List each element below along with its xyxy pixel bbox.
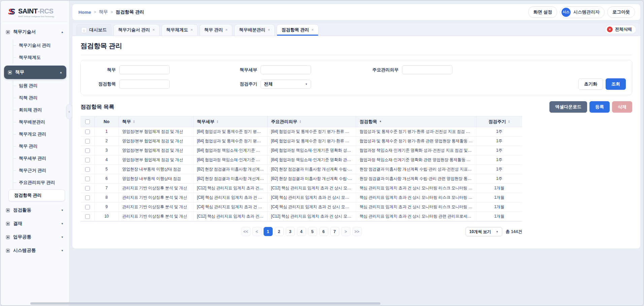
row-checkbox[interactable]	[85, 148, 90, 153]
header-checkbox-cell	[80, 116, 95, 127]
reset-button[interactable]: 초기화	[578, 78, 603, 90]
page-button-7[interactable]: 7	[330, 227, 339, 236]
sidebar-collapse-handle[interactable]: ‹	[66, 104, 72, 119]
cell-no: 7	[95, 184, 119, 193]
page-button-2[interactable]: 2	[275, 227, 284, 236]
breadcrumb-home[interactable]: Home	[78, 10, 91, 15]
page-content: 점검항목 관리 책무 책무세부 주요관리의무	[72, 36, 640, 248]
tab-label: 책무 관리	[204, 27, 223, 33]
row-checkbox-cell	[80, 174, 95, 183]
chevron-down-icon: ▼	[61, 236, 64, 239]
logout-button[interactable]: 로그아웃	[607, 6, 635, 18]
breadcrumb-section[interactable]: 책무	[99, 9, 108, 15]
app-logo[interactable]: SS SAINT-RCS SAINT Artificial Intelligen…	[2, 5, 68, 22]
delete-button[interactable]: 삭제	[612, 101, 632, 113]
first-page-button[interactable]: <<	[241, 227, 250, 236]
sidebar-item[interactable]: 책무기술서 관리	[13, 39, 69, 51]
column-header-duty[interactable]: 주요관리의무▲▼	[268, 116, 356, 127]
close-icon[interactable]: ×	[225, 28, 228, 32]
close-icon[interactable]: ×	[268, 28, 270, 32]
next-page-button[interactable]: >	[341, 227, 350, 236]
page-button-1[interactable]: 1	[264, 227, 273, 236]
item-input[interactable]	[119, 80, 170, 89]
column-header-resp[interactable]: 책무▲▼	[119, 116, 194, 127]
total-count: 총 144건	[506, 229, 522, 235]
sidebar-item[interactable]: 주요관리의무 관리	[13, 177, 69, 189]
sort-down-icon: ▼	[216, 122, 218, 123]
row-checkbox[interactable]	[85, 177, 90, 181]
sidebar-item[interactable]: 직책 관리	[13, 92, 69, 104]
sidebar-item[interactable]: 책무개요 관리	[13, 128, 69, 140]
tab-item[interactable]: 책무 관리×	[200, 24, 233, 36]
horizontal-scrollbar[interactable]	[30, 302, 380, 305]
sidebar-item[interactable]: 책무배분관리	[13, 116, 69, 128]
sidebar-item[interactable]: 책무 관리	[13, 140, 69, 152]
prev-page-button[interactable]: <	[252, 227, 262, 236]
page-button-3[interactable]: 3	[286, 227, 295, 236]
cell-cycle: 1주	[476, 165, 522, 174]
sidebar-item[interactable]: 책무근거 관리	[13, 164, 69, 177]
tab-item[interactable]: 책무체계도×	[162, 24, 198, 36]
row-checkbox-cell	[80, 202, 95, 212]
page-button-4[interactable]: 4	[297, 227, 306, 236]
duty-input[interactable]	[402, 65, 452, 74]
sidebar-section[interactable]: 점검활동▼	[1, 203, 69, 217]
breadcrumb: Home > 책무 > 점검항목 관리	[78, 9, 144, 15]
chevron-up-icon: ▲	[61, 31, 64, 34]
resp-detail-input[interactable]	[261, 65, 311, 74]
sidebar-section[interactable]: 책무▲	[4, 66, 66, 79]
user-menu[interactable]: 시스 시스템관리자	[560, 6, 605, 18]
sidebar-section[interactable]: 업무공통▼	[1, 230, 69, 244]
row-checkbox-cell	[80, 137, 95, 146]
row-checkbox[interactable]	[85, 214, 90, 219]
home-icon: ⌂	[81, 27, 87, 33]
cell-resp: 관리지표 기반 이상징후 분석 및 개선	[119, 202, 194, 212]
cell-duty: [B4] 협업성과 및 통제수준 정기 평가·환류 성과·건전성 지표 …	[268, 127, 356, 136]
sidebar-item[interactable]: 점검항목 관리	[8, 189, 65, 201]
search-button[interactable]: 조회	[606, 78, 626, 90]
row-checkbox[interactable]	[85, 129, 90, 134]
row-checkbox[interactable]	[85, 158, 90, 162]
resp-input[interactable]	[119, 65, 170, 74]
row-checkbox[interactable]	[85, 195, 90, 200]
sidebar-section[interactable]: 결재▼	[1, 217, 69, 230]
tab-active[interactable]: 점검항목 관리×	[277, 24, 318, 36]
tab-item[interactable]: ⌂대시보드	[76, 24, 111, 36]
sidebar-item[interactable]: 책무세부 관리	[13, 152, 69, 164]
row-checkbox-cell	[80, 146, 95, 155]
sidebar-item[interactable]: 책무체계도	[13, 51, 69, 64]
sort-down-icon: ▼	[133, 122, 135, 123]
cell-item: 핵심 관리지표 임계치 초과 건 상시 모니터링 리스크 모니터링 결과 분석 …	[356, 193, 476, 202]
select-all-checkbox[interactable]	[85, 119, 90, 124]
cycle-select[interactable]: 전체 ▼	[261, 80, 311, 89]
sidebar-item[interactable]: 회의체 관리	[13, 104, 69, 116]
close-all-tabs-button[interactable]: ×전체삭제	[605, 25, 636, 34]
last-page-button[interactable]: >>	[352, 227, 362, 236]
column-header-item[interactable]: 점검항목▼	[356, 116, 476, 127]
sidebar-section[interactable]: 책무기술서▲	[1, 25, 69, 39]
page-size-select[interactable]: 10개씩 보기 ▼	[466, 227, 502, 236]
sidebar-section-label: 업무공통	[13, 234, 31, 240]
tab-item[interactable]: 책무배분관리×	[234, 24, 275, 36]
close-icon[interactable]: ×	[152, 28, 155, 32]
cell-cycle: 1주	[476, 127, 522, 136]
column-header-resp_detail[interactable]: 책무세부▲▼	[194, 116, 268, 127]
row-checkbox[interactable]	[85, 186, 90, 191]
tab-item[interactable]: 책무기술서 관리×	[113, 24, 160, 36]
row-checkbox-cell	[80, 165, 95, 174]
register-button[interactable]: 등록	[589, 101, 610, 113]
row-checkbox[interactable]	[85, 139, 90, 144]
page-button-5[interactable]: 5	[308, 227, 317, 236]
column-header-cycle[interactable]: 점검주기▲▼	[476, 116, 522, 127]
page-button-6[interactable]: 6	[319, 227, 328, 236]
row-checkbox[interactable]	[85, 167, 90, 172]
close-icon[interactable]: ×	[311, 28, 314, 32]
row-checkbox[interactable]	[85, 205, 90, 209]
excel-download-button[interactable]: 엑셀다운로드	[549, 101, 587, 113]
screen-settings-button[interactable]: 화면 설정	[528, 6, 557, 18]
sidebar-section[interactable]: 시스템공통▼	[1, 244, 69, 257]
close-icon[interactable]: ×	[191, 28, 193, 32]
sidebar-item[interactable]: 임원 관리	[13, 80, 69, 92]
search-field-duty: 주요관리의무	[370, 65, 626, 74]
table-row: 9관리지표 기반 이상징후 분석 및 개선[C4] 핵심 관리지표 임계치 초과…	[80, 202, 522, 212]
